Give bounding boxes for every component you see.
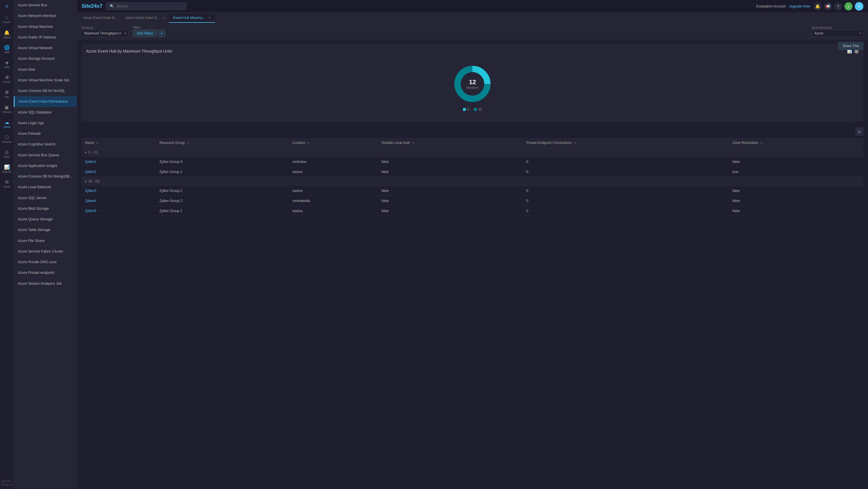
col-name[interactable]: Name ⇅ <box>82 138 156 148</box>
donut-chart: 12 Monitors <box>453 64 493 104</box>
group-by-section: Group by Maximum Throughput U <box>82 26 128 37</box>
sidebar-item-queue-storage[interactable]: Azure Queue Storage <box>14 214 76 225</box>
user-avatar[interactable]: A <box>855 2 863 11</box>
sidebar-item-public-ip[interactable]: Azure Public IP Address <box>14 32 76 43</box>
azure-accounts-select[interactable]: Azure <box>812 30 863 37</box>
nav-vmware[interactable]: ▣ VMware <box>0 102 14 116</box>
sort-icon-auth: ⇅ <box>412 141 414 145</box>
sidebar-item-service-bus[interactable]: Azure Service Bus <box>14 0 76 11</box>
sidebar-item-network-interface[interactable]: Azure Network Interface <box>14 11 76 21</box>
sidebar-item-service-bus-queue[interactable]: Azure Service Bus Queue <box>14 150 76 161</box>
add-filters-button[interactable]: Add Filters <box>133 30 157 37</box>
sidebar-item-sql-database[interactable]: Azure SQL Database <box>14 107 76 118</box>
name-link[interactable]: Zylker1 <box>85 160 96 164</box>
cell-pe: 0 <box>523 186 729 196</box>
nav-home[interactable]: ⌂ Home <box>0 12 14 27</box>
sidebar-item-private-dns[interactable]: Azure Private DNS zone <box>14 257 76 267</box>
sidebar-item-private-endpoint[interactable]: Azure Private endpoint <box>14 267 76 278</box>
status-icon[interactable]: ● <box>844 2 852 10</box>
nav-alarms[interactable]: 🔔 Alarms <box>0 27 14 42</box>
legend-item-0: 0 <box>463 108 469 112</box>
nav-web[interactable]: 🌐 Web <box>0 42 14 57</box>
group-by-select[interactable]: Maximum Throughput U <box>82 30 128 37</box>
alarms-icon: 🔔 <box>4 30 10 35</box>
search-input[interactable] <box>117 4 183 8</box>
tab-2[interactable]: Azure Event Hubs N... ✕ <box>121 13 169 23</box>
sidebar-item-blob-storage[interactable]: Azure Blob Storage <box>14 203 76 214</box>
table-row[interactable]: Zylker4 Zylker Group 2 centralindia fals… <box>82 196 863 206</box>
cell-pe: 0 <box>523 167 729 177</box>
tab-1[interactable]: Azure Event Hubs N... <box>79 13 121 23</box>
sidebar-item-table-storage[interactable]: Azure Table Storage <box>14 225 76 235</box>
cell-rg: Zylker Group 3 <box>156 157 289 167</box>
table-row[interactable]: Zylker1 Zylker Group 3 centralus false 0… <box>82 157 863 167</box>
nav-apm[interactable]: ◈ APM <box>0 57 14 71</box>
nav-cloud[interactable]: ☁ Cloud <box>0 116 14 131</box>
sidebar-item-event-hubs[interactable]: Azure Event Hubs Namespace <box>14 96 76 107</box>
bell-icon[interactable]: 🔔 <box>813 2 822 10</box>
search-container[interactable]: 🔍 <box>106 2 186 10</box>
name-link[interactable]: Zylker3 <box>85 189 96 193</box>
donut-monitors-label: Monitors <box>466 86 478 89</box>
nav-server[interactable]: 🖥 Server <box>0 71 14 86</box>
sidebar-item-vm-scale-set[interactable]: Azure Virtual Machine Scale Set <box>14 75 76 86</box>
col-private-endpoint[interactable]: Private Endpoint Connections ⇅ <box>523 138 729 148</box>
filter-add-icon[interactable]: + <box>158 30 165 37</box>
cell-disable-auth: false <box>378 186 523 196</box>
name-link[interactable]: Zylker2 <box>85 170 96 174</box>
nav-network[interactable]: ⬡ Network <box>0 131 14 146</box>
time-display: 4:53 PM 22 Apr, 24 <box>1 480 13 487</box>
sidebar-item-logic-app[interactable]: Azure Logic App <box>14 118 76 128</box>
share-button[interactable]: Share This <box>838 42 863 50</box>
vmware-icon: ▣ <box>5 105 9 110</box>
sidebar-item-cosmos-nosql[interactable]: Azure Cosmos DB for NoSQL <box>14 86 76 96</box>
table-row[interactable]: Zylker2 Zylker Group 1 eastus false 0 tr… <box>82 167 863 177</box>
sidebar-item-virtual-machine[interactable]: Azure Virtual Machine <box>14 22 76 32</box>
cloud-icon: ☁ <box>5 119 9 125</box>
sidebar-item-disk[interactable]: Azure Disk <box>14 64 76 75</box>
sidebar-item-load-balancer[interactable]: Azure Load Balancer <box>14 182 76 193</box>
tab-2-close[interactable]: ✕ <box>162 16 165 20</box>
table-row[interactable]: Zylker5 Zylker Group 1 eastus false 0 fa… <box>82 206 863 216</box>
table-group-row[interactable]: ▾0 - (3) <box>82 148 863 157</box>
col-zone-redundant[interactable]: Zone Redundant ⇅ <box>729 138 863 148</box>
tab-3-close[interactable]: ✕ <box>208 16 211 20</box>
sidebar-item-cognitive-search[interactable]: Azure Cognitive Search <box>14 139 76 150</box>
nav-reports[interactable]: 📊 Reports <box>0 161 14 176</box>
sidebar-item-storage-account[interactable]: Azure Storage Account <box>14 53 76 64</box>
table-settings-button[interactable]: ⊞ <box>856 127 863 136</box>
sidebar-item-file-share[interactable]: Azure File Share <box>14 236 76 246</box>
table-group-row[interactable]: ▾20 - (9) <box>82 177 863 186</box>
cell-pe: 0 <box>523 157 729 167</box>
nav-apm-label: APM <box>4 66 10 69</box>
cell-location: eastus <box>289 206 378 216</box>
sort-icon-zr: ⇅ <box>761 141 763 145</box>
cell-disable-auth: false <box>378 157 523 167</box>
cell-name: Zylker1 <box>82 157 156 167</box>
cell-location: eastus <box>289 167 378 177</box>
toolbar: Group by Maximum Throughput U Filters Ad… <box>77 24 868 40</box>
tab-3[interactable]: Event Hub Maximu... ✕ <box>169 13 215 23</box>
nav-rum[interactable]: ◎ RUM <box>0 146 14 161</box>
sidebar-item-virtual-network[interactable]: Azure Virtual Network <box>14 43 76 53</box>
nav-k8s-label: K8s <box>5 96 9 98</box>
sidebar-item-firewall[interactable]: Azure Firewall <box>14 128 76 139</box>
upgrade-link[interactable]: Upgrade Now <box>789 4 810 8</box>
sidebar-item-stream-analytics[interactable]: Azure Stream Analytics Job <box>14 279 76 289</box>
nav-k8s[interactable]: ☸ K8s <box>0 86 14 102</box>
megaphone-icon[interactable]: 📢 <box>824 2 832 10</box>
sidebar-item-sql-server[interactable]: Azure SQL Server <box>14 193 76 203</box>
table-row[interactable]: Zylker3 Zylker Group 2 eastus false 0 fa… <box>82 186 863 196</box>
col-location[interactable]: Location ⇅ <box>289 138 378 148</box>
sidebar-item-service-fabric[interactable]: Azure Service Fabric Cluster <box>14 246 76 257</box>
search-icon: 🔍 <box>110 4 114 8</box>
col-resource-group[interactable]: Resource Group ⇅ <box>156 138 289 148</box>
sidebar-item-app-insight[interactable]: Azure Application Insight <box>14 161 76 171</box>
sidebar-item-cosmos-mongo[interactable]: Azure Cosmos DB for MongoDB... <box>14 171 76 182</box>
col-disable-auth[interactable]: Disable Local Auth ⇅ <box>378 138 523 148</box>
name-link[interactable]: Zylker4 <box>85 199 96 203</box>
header-right: Evaluation Account Upgrade Now 🔔 📢 ? ● A <box>756 2 863 11</box>
nav-admin[interactable]: ⚙ Admin <box>0 176 14 191</box>
help-icon[interactable]: ? <box>834 2 842 10</box>
name-link[interactable]: Zylker5 <box>85 209 96 213</box>
